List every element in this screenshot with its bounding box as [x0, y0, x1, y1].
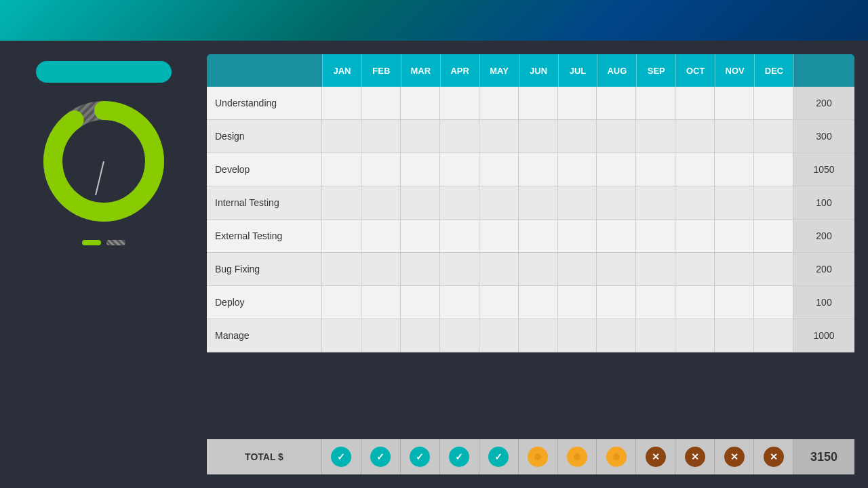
month-cell [754, 286, 793, 319]
month-cell [440, 220, 479, 252]
month-cell [401, 253, 440, 285]
total-icon-cell[interactable] [597, 439, 636, 474]
total-label: TOTAL $ [207, 439, 322, 474]
month-dec: DEC [754, 54, 793, 87]
gantt-header: JAN FEB MAR APR MAY JUN JUL AUG SEP OCT … [207, 54, 854, 87]
month-cell [715, 87, 754, 119]
month-cell [675, 286, 715, 319]
gantt-row: Understanding200 [207, 87, 854, 120]
month-cell [361, 319, 401, 352]
total-icon-cell[interactable]: ✓ [322, 439, 361, 474]
month-cell [675, 153, 715, 186]
pending-icon [528, 447, 548, 467]
legend [82, 240, 125, 245]
check-icon: ✓ [449, 447, 469, 467]
month-cell [597, 253, 636, 285]
pending-icon [606, 447, 627, 467]
month-cell [715, 286, 754, 319]
month-cell [322, 319, 361, 352]
month-cell [675, 120, 715, 152]
month-cell [401, 120, 440, 152]
total-icon-cell[interactable]: ✓ [361, 439, 401, 474]
month-cell [675, 186, 715, 219]
month-may: MAY [479, 54, 519, 87]
filter-bar[interactable] [36, 61, 172, 83]
month-cell [519, 319, 558, 352]
month-cell [597, 319, 636, 352]
month-aug: AUG [597, 54, 636, 87]
month-cell [715, 153, 754, 186]
month-cell [675, 319, 715, 352]
month-cell [715, 186, 754, 219]
month-apr: APR [440, 54, 479, 87]
month-cell [558, 153, 597, 186]
total-icon-cell[interactable]: ✕ [715, 439, 754, 474]
pending-icon [567, 447, 587, 467]
month-cell [754, 220, 793, 252]
gantt-row: Bug Fixing200 [207, 253, 854, 286]
month-cell [440, 120, 479, 152]
total-icon-cell[interactable] [519, 439, 558, 474]
month-cell [361, 253, 401, 285]
total-header [793, 54, 854, 87]
month-cell [597, 87, 636, 119]
check-icon: ✓ [370, 447, 391, 467]
month-cell [715, 120, 754, 152]
month-cell [636, 286, 675, 319]
row-total: 100 [793, 286, 854, 319]
gantt-row: Internal Testing100 [207, 186, 854, 220]
total-icon-cell[interactable] [558, 439, 597, 474]
month-cell [754, 153, 793, 186]
gantt-row: Design300 [207, 120, 854, 153]
month-cell [401, 87, 440, 119]
cross-icon: ✕ [646, 447, 666, 467]
total-icon-cell[interactable]: ✕ [675, 439, 715, 474]
month-feb: FEB [361, 54, 401, 87]
month-cell [519, 286, 558, 319]
check-icon: ✓ [488, 447, 509, 467]
month-cell [479, 87, 519, 119]
gantt-row: External Testing200 [207, 220, 854, 253]
totals-row: TOTAL $✓✓✓✓✓✕✕✕✕3150 [207, 439, 854, 474]
month-cell [715, 253, 754, 285]
year-label [207, 54, 322, 87]
month-cell [361, 286, 401, 319]
month-cell [322, 120, 361, 152]
month-cell [558, 120, 597, 152]
row-label: External Testing [207, 220, 322, 252]
row-label: Develop [207, 153, 322, 186]
month-cell [479, 186, 519, 219]
month-jun: JUN [519, 54, 558, 87]
month-cell [597, 220, 636, 252]
cross-icon: ✕ [764, 447, 784, 467]
month-cell [636, 87, 675, 119]
total-icon-cell[interactable]: ✕ [754, 439, 793, 474]
row-label: Internal Testing [207, 186, 322, 219]
month-cell [519, 153, 558, 186]
month-cell [558, 87, 597, 119]
row-label: Design [207, 120, 322, 152]
month-jul: JUL [558, 54, 597, 87]
total-icon-cell[interactable]: ✓ [440, 439, 479, 474]
check-icon: ✓ [331, 447, 351, 467]
month-cell [479, 286, 519, 319]
month-cell [636, 220, 675, 252]
month-cell [558, 186, 597, 219]
month-cell [754, 319, 793, 352]
row-label: Bug Fixing [207, 253, 322, 285]
row-total: 100 [793, 186, 854, 219]
total-icon-cell[interactable]: ✓ [401, 439, 440, 474]
total-icon-cell[interactable]: ✓ [479, 439, 519, 474]
month-cell [754, 253, 793, 285]
total-row: TOTAL $✓✓✓✓✓✕✕✕✕3150 [207, 439, 854, 474]
month-cell [636, 319, 675, 352]
gantt-row: Manage1000 [207, 319, 854, 352]
month-cell [361, 153, 401, 186]
month-cell [440, 286, 479, 319]
month-cell [519, 186, 558, 219]
month-cell [322, 253, 361, 285]
gantt-row: Deploy100 [207, 286, 854, 319]
month-cell [401, 153, 440, 186]
donut-chart [36, 94, 172, 229]
total-icon-cell[interactable]: ✕ [636, 439, 675, 474]
